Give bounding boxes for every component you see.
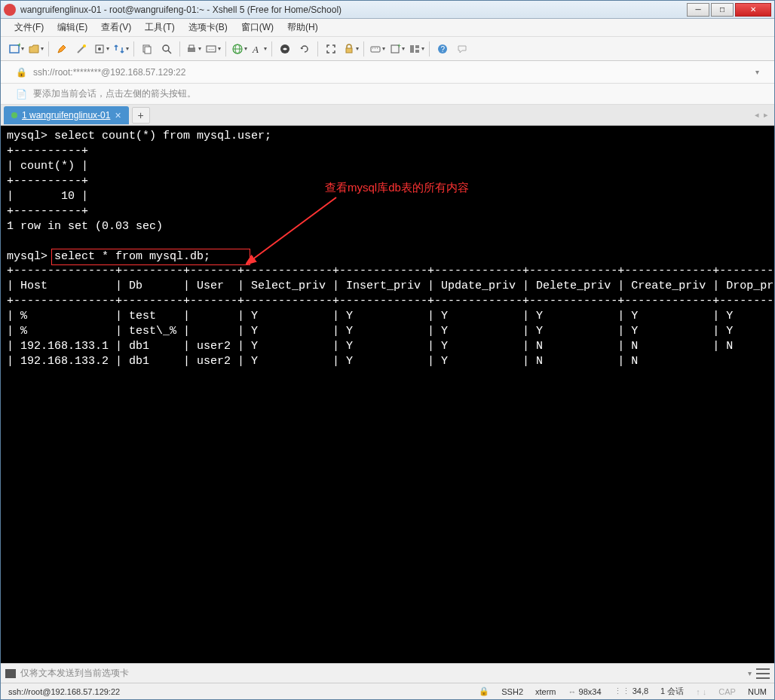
menu-view[interactable]: 查看(V) bbox=[95, 19, 137, 36]
app-icon bbox=[4, 4, 16, 16]
maximize-button[interactable]: □ bbox=[711, 3, 734, 17]
tab-status-dot bbox=[11, 112, 17, 118]
status-bar: ssh://root@192.168.57.129:22 🔒 SSH2 xter… bbox=[1, 683, 774, 699]
address-url: ssh://root:********@192.168.57.129:22 bbox=[33, 67, 185, 78]
tabsbar: 1 wangruifenglinux-01 × + ◂ ▸ bbox=[1, 105, 774, 126]
encoding-button[interactable]: ⋯▾ bbox=[204, 40, 222, 58]
status-cap: CAP bbox=[718, 687, 736, 696]
svg-text:+: + bbox=[397, 43, 401, 50]
minimize-button[interactable]: ─ bbox=[687, 3, 709, 17]
separator bbox=[225, 41, 226, 57]
toolbar: +▾ ▾ ▾ ▾ ▾ ⋯▾ ▾ A▾ ▾ ▾ +▾ ▾ ? bbox=[1, 37, 774, 61]
svg-text:A: A bbox=[252, 44, 259, 55]
svg-line-9 bbox=[168, 50, 171, 53]
status-sessions: 1 会话 bbox=[660, 686, 684, 697]
menubar: 文件(F) 编辑(E) 查看(V) 工具(T) 选项卡(B) 窗口(W) 帮助(… bbox=[1, 19, 774, 37]
tab-nav: ◂ ▸ bbox=[755, 110, 768, 120]
status-pos: 34,8 bbox=[633, 686, 648, 695]
status-connection: ssh://root@192.168.57.129:22 bbox=[8, 687, 479, 696]
status-ssh-icon: 🔒 bbox=[479, 686, 489, 696]
lock-icon: 🔒 bbox=[16, 67, 27, 78]
script-button[interactable] bbox=[276, 40, 294, 58]
status-arrows: ↑ ↓ bbox=[696, 687, 706, 696]
send-dropdown-icon[interactable]: ▾ bbox=[748, 669, 752, 677]
svg-rect-19 bbox=[346, 48, 352, 53]
addressbar[interactable]: 🔒 ssh://root:********@192.168.57.129:22 … bbox=[1, 61, 774, 84]
send-menu-icon[interactable] bbox=[756, 668, 770, 679]
menu-edit[interactable]: 编辑(E) bbox=[51, 19, 93, 36]
close-button[interactable]: ✕ bbox=[735, 3, 771, 17]
tab-close-icon[interactable]: × bbox=[115, 109, 121, 121]
menu-window[interactable]: 窗口(W) bbox=[235, 19, 280, 36]
keyboard-button[interactable]: ▾ bbox=[368, 40, 386, 58]
separator bbox=[271, 41, 272, 57]
terminal[interactable]: mysql> select count(*) from mysql.user; … bbox=[1, 126, 774, 663]
status-size: 98x34 bbox=[579, 687, 602, 696]
font-button[interactable]: A▾ bbox=[250, 40, 268, 58]
svg-text:⋯: ⋯ bbox=[208, 46, 214, 53]
layout-button[interactable]: ▾ bbox=[407, 40, 425, 58]
status-num: NUM bbox=[748, 687, 767, 696]
hint-text: 要添加当前会话，点击左侧的箭头按钮。 bbox=[33, 87, 196, 100]
lock-button[interactable]: ▾ bbox=[342, 40, 360, 58]
svg-rect-7 bbox=[145, 47, 151, 53]
tab-add-button[interactable]: + bbox=[132, 107, 150, 124]
settings-button[interactable]: ▾ bbox=[92, 40, 110, 58]
copy-button[interactable] bbox=[138, 40, 156, 58]
app-window: wangruifenglinux-01 - root@wangruifeng-0… bbox=[0, 0, 775, 700]
titlebar[interactable]: wangruifenglinux-01 - root@wangruifeng-0… bbox=[1, 1, 774, 19]
send-bar-text: 仅将文本发送到当前选项卡 bbox=[20, 667, 129, 680]
search-button[interactable] bbox=[158, 40, 176, 58]
globe-button[interactable]: ▾ bbox=[230, 40, 248, 58]
menu-tabs[interactable]: 选项卡(B) bbox=[182, 19, 234, 36]
session-tab[interactable]: 1 wangruifenglinux-01 × bbox=[4, 106, 129, 124]
hint-arrow-icon[interactable]: 📄 bbox=[16, 89, 27, 99]
svg-text:?: ? bbox=[441, 45, 446, 53]
new-session-button[interactable]: +▾ bbox=[7, 40, 25, 58]
menu-tools[interactable]: 工具(T) bbox=[139, 19, 180, 36]
svg-point-5 bbox=[98, 47, 101, 50]
fullscreen-button[interactable] bbox=[322, 40, 340, 58]
window-button[interactable]: +▾ bbox=[388, 40, 406, 58]
refresh-button[interactable] bbox=[296, 40, 314, 58]
svg-rect-11 bbox=[189, 45, 194, 48]
send-mode-icon[interactable] bbox=[5, 669, 16, 678]
transfer-button[interactable]: ▾ bbox=[112, 40, 130, 58]
highlight-button[interactable] bbox=[53, 40, 71, 58]
separator bbox=[317, 41, 318, 57]
terminal-output: mysql> select count(*) from mysql.user; … bbox=[7, 129, 768, 369]
status-term: xterm bbox=[535, 687, 556, 696]
svg-rect-26 bbox=[410, 45, 414, 53]
tab-prev-icon[interactable]: ◂ bbox=[755, 110, 759, 120]
status-ssh: SSH2 bbox=[501, 687, 523, 696]
separator bbox=[429, 41, 430, 57]
send-bar: 仅将文本发送到当前选项卡 ▾ bbox=[1, 663, 774, 683]
hint-bar: 📄 要添加当前会话，点击左侧的箭头按钮。 bbox=[1, 84, 774, 105]
help-icon-button[interactable]: ? bbox=[433, 40, 452, 58]
svg-text:+: + bbox=[17, 43, 20, 49]
svg-point-3 bbox=[83, 44, 86, 47]
window-title: wangruifenglinux-01 - root@wangruifeng-0… bbox=[20, 5, 687, 15]
separator bbox=[48, 41, 49, 57]
tab-label: 1 wangruifenglinux-01 bbox=[22, 110, 110, 121]
window-controls: ─ □ ✕ bbox=[687, 3, 771, 17]
menu-file[interactable]: 文件(F) bbox=[8, 19, 50, 36]
open-button[interactable]: ▾ bbox=[26, 40, 44, 58]
svg-rect-28 bbox=[415, 50, 419, 53]
separator bbox=[363, 41, 364, 57]
svg-rect-20 bbox=[371, 47, 380, 52]
svg-point-8 bbox=[163, 45, 169, 51]
tab-next-icon[interactable]: ▸ bbox=[764, 110, 768, 120]
menu-help[interactable]: 帮助(H) bbox=[281, 19, 324, 36]
separator bbox=[179, 41, 180, 57]
wand-button[interactable] bbox=[72, 40, 90, 58]
print-button[interactable]: ▾ bbox=[184, 40, 202, 58]
svg-rect-27 bbox=[415, 45, 419, 48]
comment-button[interactable] bbox=[453, 40, 471, 58]
address-dropdown-icon[interactable]: ▾ bbox=[755, 68, 759, 76]
separator bbox=[133, 41, 134, 57]
